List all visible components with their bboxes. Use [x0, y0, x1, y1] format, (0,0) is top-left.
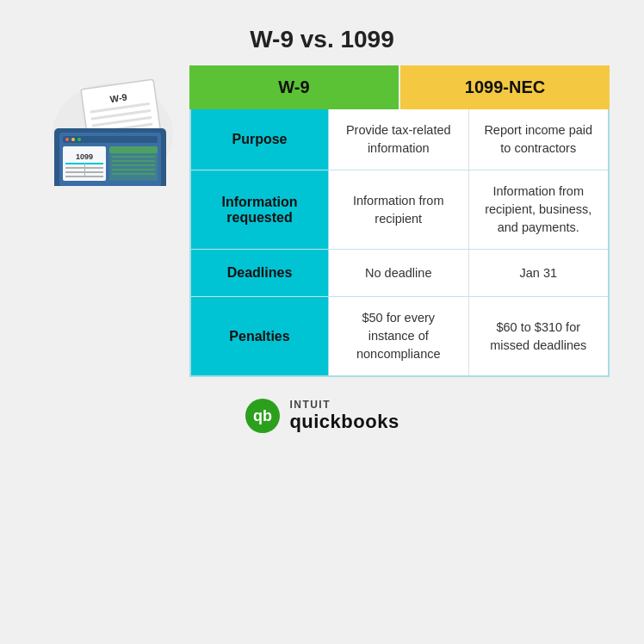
illustration-area: W-9: [34, 65, 189, 186]
svg-point-12: [71, 138, 75, 141]
nec-header: 1099-NEC: [400, 65, 610, 109]
logo-text: INTUIT quickbooks: [289, 399, 399, 431]
svg-rect-10: [63, 136, 158, 143]
svg-point-11: [65, 138, 69, 141]
w9-header: W-9: [189, 65, 399, 109]
row-label-penalties: Penalties: [191, 297, 329, 375]
row-cell-deadlines-w9: No deadline: [329, 250, 469, 296]
svg-point-13: [77, 138, 81, 141]
logo-area: qb INTUIT quickbooks: [245, 398, 399, 434]
main-container: W-9 vs. 1099 W-9: [0, 0, 644, 644]
row-label-purpose: Purpose: [191, 109, 329, 170]
svg-rect-24: [112, 160, 155, 162]
svg-rect-27: [112, 173, 155, 175]
svg-rect-22: [109, 146, 158, 153]
table-row: Purpose Provide tax-related information …: [191, 109, 608, 170]
row-cell-penalties-nec: $60 to $310 for missed deadlines: [469, 297, 609, 375]
row-cell-deadlines-nec: Jan 31: [469, 250, 609, 296]
row-label-deadlines: Deadlines: [191, 250, 329, 296]
svg-rect-25: [112, 164, 155, 166]
row-cell-info-nec: Information from recipient, business, an…: [469, 170, 609, 249]
comparison-table: W-9 1099-NEC Purpose Provide tax-related…: [189, 65, 610, 377]
table-row: Deadlines No deadline Jan 31: [191, 250, 608, 297]
row-cell-purpose-w9: Provide tax-related information: [329, 109, 469, 170]
row-label-information: Information requested: [191, 170, 329, 249]
svg-rect-23: [112, 156, 155, 158]
svg-rect-26: [112, 169, 155, 170]
svg-text:qb: qb: [253, 407, 272, 424]
svg-rect-20: [84, 163, 85, 177]
table-body: Purpose Provide tax-related information …: [189, 109, 610, 377]
page-title: W-9 vs. 1099: [250, 26, 394, 53]
intuit-label: INTUIT: [289, 399, 399, 411]
row-cell-penalties-w9: $50 for every instance of noncompliance: [329, 297, 469, 375]
form-illustration: W-9: [37, 70, 188, 186]
row-cell-purpose-nec: Report income paid to contractors: [469, 109, 609, 170]
table-row: Information requested Information from r…: [191, 170, 608, 250]
row-cell-info-w9: Information from recipient: [329, 170, 469, 249]
table-row: Penalties $50 for every instance of nonc…: [191, 297, 608, 375]
quickbooks-label: quickbooks: [289, 412, 399, 432]
svg-text:1099: 1099: [75, 152, 92, 161]
column-headers: W-9 1099-NEC: [189, 65, 610, 109]
quickbooks-icon: qb: [245, 398, 281, 434]
